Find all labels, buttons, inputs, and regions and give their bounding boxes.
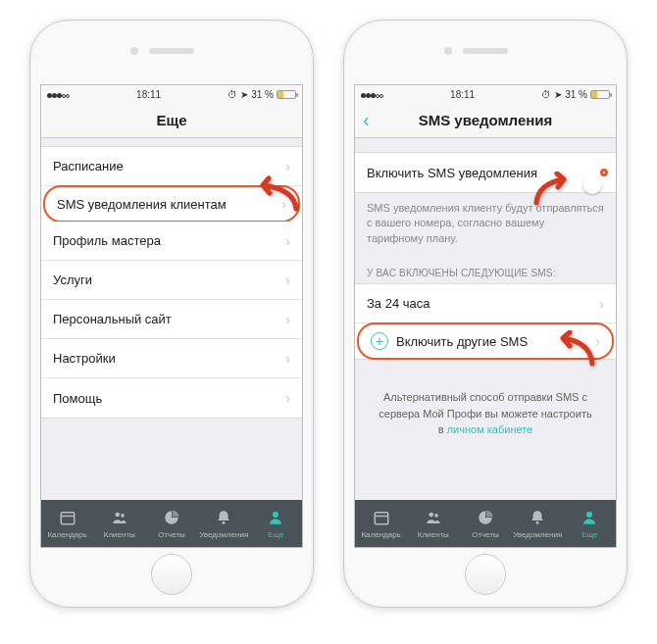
tab-label: Календарь	[361, 530, 400, 539]
row-label: Настройки	[53, 351, 116, 366]
tab-label: Уведомления	[513, 530, 562, 539]
tab-еще[interactable]: Еще	[564, 500, 616, 547]
svg-point-10	[536, 520, 539, 523]
tab-icon	[58, 509, 77, 528]
menu-row-3[interactable]: Услуги›	[41, 261, 302, 300]
tab-label: Календарь	[47, 530, 86, 539]
callout-arrow-icon	[255, 175, 300, 219]
page-title: Еще	[156, 112, 186, 128]
row-label: Расписание	[53, 159, 124, 173]
back-button[interactable]: ‹	[363, 109, 370, 131]
tab-icon	[162, 509, 181, 528]
row-24h[interactable]: За 24 часа ›	[355, 284, 616, 323]
page-title: SMS уведомления	[419, 112, 553, 128]
battery-icon	[590, 90, 610, 99]
tab-icon	[372, 509, 391, 528]
alarm-icon: ⏱	[227, 89, 237, 100]
svg-point-2	[115, 512, 120, 517]
svg-rect-6	[375, 512, 388, 523]
tab-icon	[476, 509, 495, 528]
alt-info-text: Альтернативный способ отправки SMS с сер…	[355, 360, 616, 468]
tab-label: Клиенты	[104, 530, 135, 539]
tab-уведомления[interactable]: Уведомления	[512, 500, 564, 547]
tab-icon	[424, 509, 443, 528]
tab-label: Уведомления	[199, 530, 248, 539]
row-label: За 24 часа	[367, 296, 430, 311]
svg-point-8	[429, 512, 433, 517]
tab-label: Еще	[581, 530, 597, 539]
callout-arrow-icon	[531, 172, 572, 211]
svg-point-5	[273, 512, 278, 518]
phone-frame-right: 18:11 ⏱ ➤ 31 % ‹ SMS уведомления Включит…	[343, 20, 628, 608]
row-label: Персональный сайт	[53, 312, 172, 326]
tab-bar: КалендарьКлиентыОтчетыУведомленияЕще	[41, 500, 302, 547]
row-label: Включить SMS уведомления	[367, 166, 537, 180]
chevron-right-icon: ›	[285, 159, 290, 174]
section-header: У ВАС ВКЛЮЧЕНЫ СЛЕДУЮЩИЕ SMS:	[355, 254, 616, 283]
status-time: 18:11	[136, 89, 161, 100]
row-label: Включить другие SMS	[396, 334, 528, 349]
home-button[interactable]	[151, 554, 192, 595]
tab-календарь[interactable]: Календарь	[355, 500, 407, 547]
link-cabinet[interactable]: личном кабинете	[447, 423, 533, 435]
tab-icon	[528, 509, 547, 528]
alarm-icon: ⏱	[541, 89, 551, 100]
row-label: Профиль мастера	[53, 233, 161, 248]
tab-уведомления[interactable]: Уведомления	[198, 500, 250, 547]
menu-row-2[interactable]: Профиль мастера›	[41, 222, 302, 261]
status-bar: 18:11 ⏱ ➤ 31 %	[355, 85, 616, 103]
row-label: Помощь	[53, 391, 102, 406]
tab-календарь[interactable]: Календарь	[41, 500, 93, 547]
chevron-right-icon: ›	[285, 351, 290, 367]
plus-circle-icon: +	[371, 332, 388, 350]
status-bar: 18:11 ⏱ ➤ 31 %	[41, 85, 302, 103]
tab-bar: КалендарьКлиентыОтчетыУведомленияЕще	[355, 500, 616, 547]
tab-еще[interactable]: Еще	[250, 500, 302, 547]
svg-point-9	[434, 513, 438, 517]
row-enable-sms[interactable]: Включить SMS уведомления	[355, 153, 616, 192]
tab-label: Отчеты	[158, 530, 185, 539]
svg-rect-0	[61, 512, 75, 523]
row-label: Услуги	[53, 272, 92, 287]
tab-icon	[110, 509, 129, 528]
tab-клиенты[interactable]: Клиенты	[407, 500, 459, 547]
nav-bar: ‹ SMS уведомления	[355, 103, 616, 138]
tab-icon	[214, 509, 233, 528]
home-button[interactable]	[465, 554, 506, 595]
location-icon: ➤	[240, 89, 248, 100]
tab-icon	[580, 509, 599, 528]
location-icon: ➤	[554, 89, 562, 100]
chevron-right-icon: ›	[285, 233, 290, 249]
tab-отчеты[interactable]: Отчеты	[459, 500, 511, 547]
chevron-right-icon: ›	[599, 296, 604, 312]
svg-point-11	[586, 512, 592, 518]
battery-pct: 31 %	[251, 89, 274, 100]
tab-клиенты[interactable]: Клиенты	[93, 500, 145, 547]
hint-text: SMS уведомления клиенту будут отправлять…	[355, 193, 616, 254]
tab-label: Еще	[268, 530, 283, 539]
battery-icon	[277, 90, 296, 99]
menu-row-6[interactable]: Помощь›	[41, 378, 302, 418]
svg-point-4	[223, 520, 226, 523]
callout-circle	[600, 169, 608, 176]
tab-icon	[266, 509, 285, 528]
nav-bar: Еще	[41, 103, 302, 138]
tab-label: Отчеты	[472, 530, 499, 539]
tab-отчеты[interactable]: Отчеты	[145, 500, 197, 547]
menu-row-5[interactable]: Настройки›	[41, 339, 302, 378]
tab-label: Клиенты	[418, 530, 449, 539]
row-label: SMS уведомления клиентам	[57, 197, 227, 212]
svg-point-3	[121, 513, 125, 517]
chevron-right-icon: ›	[285, 272, 290, 288]
chevron-right-icon: ›	[285, 312, 290, 327]
phone-frame-left: 18:11 ⏱ ➤ 31 % Еще Расписание›SMS уведом…	[29, 20, 314, 608]
callout-arrow-icon	[557, 330, 598, 372]
battery-pct: 31 %	[565, 89, 587, 100]
chevron-right-icon: ›	[285, 390, 290, 406]
menu-row-4[interactable]: Персональный сайт›	[41, 300, 302, 339]
status-time: 18:11	[450, 89, 475, 100]
